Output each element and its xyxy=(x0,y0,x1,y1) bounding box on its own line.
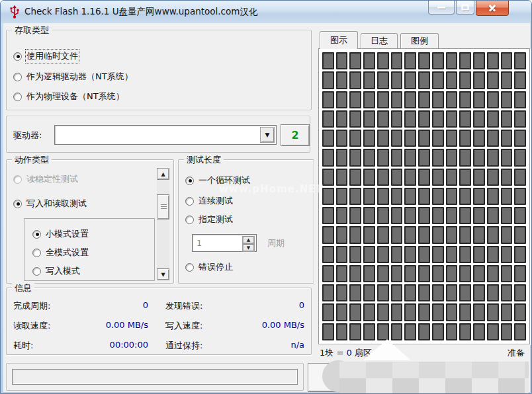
action-type-group: 动作类型 读稳定性测试 写入和读取测试 小模式设置 全模式设置 xyxy=(6,159,174,284)
radio-use-temp-file[interactable]: 使用临时文件 xyxy=(13,50,78,62)
grid-cell xyxy=(459,149,471,166)
grid-cell xyxy=(391,284,403,301)
grid-cell xyxy=(487,71,499,89)
scroll-up-button[interactable]: ▲ xyxy=(157,168,169,180)
grid-cell xyxy=(418,91,430,108)
radio-continuous-test[interactable]: 连续测试 xyxy=(185,195,233,207)
drive-map-panel xyxy=(318,48,530,344)
radio-circle xyxy=(13,73,22,81)
maximize-button[interactable] xyxy=(456,1,474,15)
grid-cell xyxy=(473,110,485,128)
spin-down-button[interactable]: ▼ xyxy=(242,244,255,252)
grid-cell xyxy=(391,91,403,108)
grid-cell xyxy=(349,303,361,321)
grid-cell xyxy=(514,246,526,263)
grid-cell xyxy=(473,226,485,243)
grid-cell xyxy=(487,149,499,166)
grid-cell xyxy=(459,130,471,147)
drive-panel: 驱动器: ▼ 2 xyxy=(6,116,310,153)
radio-label: 一个循环测试 xyxy=(199,175,250,186)
grid-cell xyxy=(514,188,526,205)
grid-cell xyxy=(514,110,526,128)
grid-cell xyxy=(418,149,430,166)
grid-cell xyxy=(514,284,526,301)
close-button[interactable] xyxy=(476,1,509,16)
grid-cell xyxy=(363,284,375,301)
cycles-value: 1 xyxy=(197,238,202,248)
grid-cell xyxy=(514,303,526,321)
grid-cell xyxy=(514,323,526,340)
radio-stop-on-error[interactable]: 错误停止 xyxy=(185,261,233,273)
action-scrollbar[interactable]: ▲ ▼ xyxy=(157,168,169,280)
cycles-spinner[interactable]: 1 ▲ ▼ xyxy=(192,234,257,252)
grid-cell xyxy=(363,207,375,224)
grid-cell xyxy=(377,265,389,282)
grid-cell xyxy=(446,303,458,321)
grid-cell xyxy=(349,110,361,128)
radio-full-pattern[interactable]: 全模式设置 xyxy=(32,247,89,258)
spin-up-button[interactable]: ▲ xyxy=(242,236,255,244)
grid-cell xyxy=(322,284,334,301)
scroll-thumb[interactable] xyxy=(157,194,169,219)
titlebar[interactable]: Check Flash 1.16.1 U盘量产网www.upantool.com… xyxy=(1,1,531,23)
grid-cell xyxy=(363,169,375,186)
grid-cell xyxy=(391,207,403,224)
read-speed-value: 0.00 MB/s xyxy=(106,320,148,330)
grid-cell xyxy=(514,52,526,69)
grid-cell xyxy=(349,169,361,186)
radio-logical-drive[interactable]: 作为逻辑驱动器（NT系统） xyxy=(13,71,133,83)
grid-cell xyxy=(349,226,361,243)
grid-cell xyxy=(404,91,416,108)
grid-cell xyxy=(349,52,361,69)
radio-label: 全模式设置 xyxy=(46,247,89,258)
drive-combobox[interactable]: ▼ xyxy=(54,125,277,145)
grid-cell xyxy=(404,207,416,224)
censor-triangle xyxy=(363,339,411,360)
radio-specified-test[interactable]: 指定测试 xyxy=(185,214,233,225)
tab-legend[interactable]: 图例 xyxy=(400,33,439,49)
grid-cell xyxy=(363,149,375,166)
radio-small-pattern[interactable]: 小模式设置 xyxy=(32,228,89,240)
grid-cell xyxy=(432,110,444,128)
radio-circle xyxy=(13,175,22,184)
grid-cell xyxy=(391,265,403,282)
radio-circle xyxy=(13,200,22,208)
grid-cell xyxy=(418,303,430,321)
grid-cell xyxy=(377,246,389,263)
refresh-drives-button[interactable]: 2 xyxy=(281,124,310,146)
grid-cell xyxy=(391,323,403,340)
grid-cell xyxy=(487,110,499,128)
radio-write-pattern[interactable]: 写入模式 xyxy=(32,265,80,277)
grid-cell xyxy=(487,169,499,186)
grid-cell xyxy=(377,71,389,89)
grid-cell xyxy=(459,303,471,321)
grid-cell xyxy=(377,323,389,340)
radio-physical-device[interactable]: 作为物理设备（NT系统） xyxy=(13,91,124,102)
grid-cell xyxy=(418,226,430,243)
grid-cell xyxy=(432,169,444,186)
grid-cell xyxy=(446,169,458,186)
grid-cell xyxy=(501,284,513,301)
drive-dropdown-button[interactable]: ▼ xyxy=(260,127,275,143)
radio-one-cycle-test[interactable]: 一个循环测试 xyxy=(185,175,250,186)
tab-log[interactable]: 日志 xyxy=(361,33,398,49)
grid-cell xyxy=(404,149,416,166)
grid-cell xyxy=(459,265,471,282)
grid-cell xyxy=(432,71,444,89)
radio-write-read-test[interactable]: 写入和读取测试 xyxy=(13,198,87,210)
access-type-title: 存取类型 xyxy=(12,24,52,36)
scroll-down-button[interactable]: ▼ xyxy=(157,268,169,280)
grid-cell xyxy=(446,149,458,166)
grid-cell xyxy=(349,246,361,263)
grid-cell xyxy=(377,303,389,321)
grid-cell xyxy=(377,169,389,186)
tab-label: 图例 xyxy=(411,36,428,46)
minimize-button[interactable] xyxy=(428,1,455,15)
grid-cell xyxy=(404,265,416,282)
grid-cell xyxy=(377,130,389,147)
grid-cell xyxy=(322,246,334,263)
pass-hold-value: n/a xyxy=(290,340,304,350)
grid-cell xyxy=(349,284,361,301)
ready-status: 准备 xyxy=(508,347,525,359)
tab-drive-map[interactable]: 图示 xyxy=(320,31,358,49)
